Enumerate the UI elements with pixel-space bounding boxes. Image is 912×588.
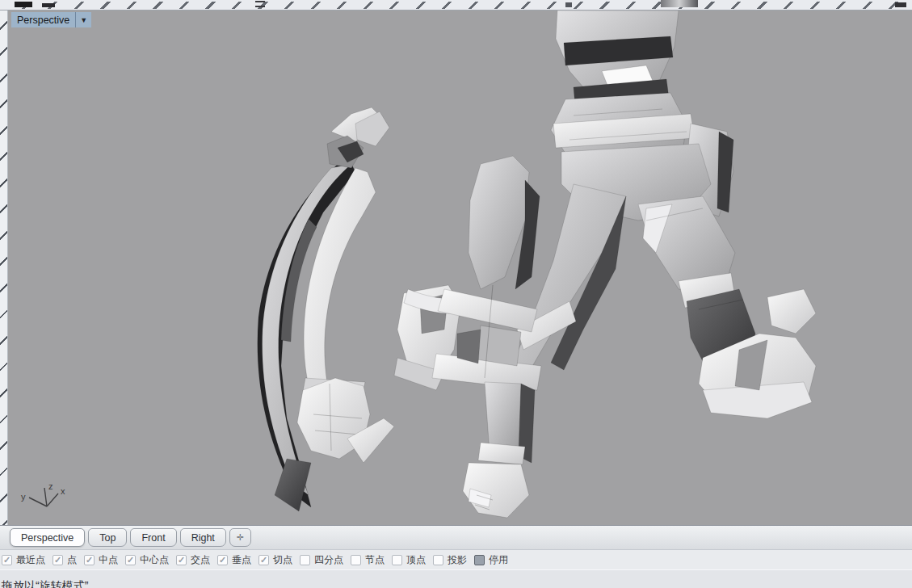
model-braids[interactable] xyxy=(258,107,394,511)
viewport-title-dropdown[interactable]: Perspective ▼ xyxy=(11,12,91,27)
osnap-disable-toggle[interactable]: 停用 xyxy=(474,553,508,567)
left-toolbar-strip xyxy=(0,10,8,525)
checkbox-checked-icon[interactable]: ✓ xyxy=(125,555,136,565)
chevron-down-icon[interactable]: ▼ xyxy=(75,12,91,27)
toolbar-icon-fragment xyxy=(255,1,265,7)
checkbox-filled-icon[interactable] xyxy=(474,555,485,565)
model-lower-body[interactable] xyxy=(505,10,816,418)
toolbar-dropdown-triangles xyxy=(11,2,912,9)
tab-top[interactable]: Top xyxy=(88,528,127,547)
toolbar-icon-fragment xyxy=(895,2,906,7)
osnap-checkbox-tangent[interactable]: ✓ 切点 xyxy=(258,553,292,567)
checkbox-checked-icon[interactable]: ✓ xyxy=(84,555,95,565)
viewport-title[interactable]: Perspective xyxy=(11,15,75,26)
tab-right[interactable]: Right xyxy=(180,528,226,547)
checkbox-checked-icon[interactable]: ✓ xyxy=(217,555,228,565)
osnap-checkbox-midpoint[interactable]: ✓ 中点 xyxy=(84,553,118,567)
axis-gizmo: z x y xyxy=(16,480,73,519)
plus-icon: ✛ xyxy=(237,532,244,543)
osnap-checkbox-vertex[interactable]: 顶点 xyxy=(392,553,426,567)
svg-text:x: x xyxy=(61,486,65,496)
checkbox-unchecked-icon[interactable] xyxy=(433,555,443,565)
osnap-checkbox-point[interactable]: ✓ 点 xyxy=(53,553,77,567)
viewport-tab-bar: Perspective Top Front Right ✛ xyxy=(0,525,912,549)
svg-text:z: z xyxy=(48,481,53,491)
osnap-checkbox-knot[interactable]: 节点 xyxy=(351,553,385,567)
osnap-checkbox-center[interactable]: ✓ 中心点 xyxy=(125,553,169,567)
osnap-checkbox-perpendicular[interactable]: ✓ 垂点 xyxy=(217,553,251,567)
tab-perspective[interactable]: Perspective xyxy=(10,528,85,547)
toolbar-icon-fragment xyxy=(15,2,32,7)
perspective-viewport[interactable]: Perspective ▼ xyxy=(8,10,912,525)
osnap-bar: ✓ 最近点 ✓ 点 ✓ 中点 ✓ 中心点 ✓ 交点 ✓ 垂点 ✓ 切点 四分点 … xyxy=(0,549,912,569)
status-hint-text: 拖放以“旋转模式” xyxy=(2,579,88,588)
status-bar: 拖放以“旋转模式” xyxy=(0,569,912,588)
checkbox-unchecked-icon[interactable] xyxy=(300,555,310,565)
checkbox-checked-icon[interactable]: ✓ xyxy=(176,555,187,565)
model-arm[interactable] xyxy=(394,156,541,518)
top-toolbar xyxy=(0,0,912,10)
osnap-checkbox-intersection[interactable]: ✓ 交点 xyxy=(176,553,210,567)
osnap-checkbox-nearest[interactable]: ✓ 最近点 xyxy=(2,553,45,567)
osnap-checkbox-project[interactable]: 投影 xyxy=(433,553,467,567)
checkbox-checked-icon[interactable]: ✓ xyxy=(53,555,63,565)
svg-text:y: y xyxy=(21,492,26,502)
model-canvas[interactable] xyxy=(8,10,912,525)
toolbar-icon-fragment xyxy=(42,3,55,7)
checkbox-unchecked-icon[interactable] xyxy=(392,555,402,565)
add-viewport-tab[interactable]: ✛ xyxy=(229,528,251,547)
toolbar-icon-fragment xyxy=(565,2,572,7)
checkbox-checked-icon[interactable]: ✓ xyxy=(258,555,269,565)
toolbar-icon-fragment xyxy=(661,0,698,7)
checkbox-checked-icon[interactable]: ✓ xyxy=(2,555,12,565)
checkbox-unchecked-icon[interactable] xyxy=(351,555,361,565)
osnap-checkbox-quadrant[interactable]: 四分点 xyxy=(300,553,343,567)
tab-front[interactable]: Front xyxy=(130,528,176,547)
